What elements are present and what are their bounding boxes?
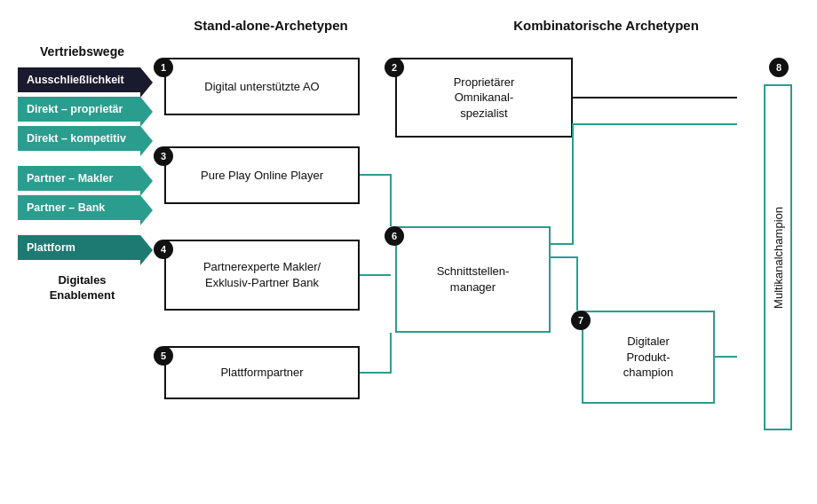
multikanal-box: Multikanalchampion bbox=[764, 84, 792, 430]
sidebar-item-ausschliesslichkeit: Ausschließlichkeit bbox=[18, 67, 140, 92]
num-8: 8 bbox=[769, 58, 789, 77]
num-1: 1 bbox=[154, 58, 173, 77]
sidebar-item-partner-makler: Partner – Makler bbox=[18, 166, 140, 191]
num-2: 2 bbox=[385, 58, 404, 77]
sidebar: Vertriebswege Ausschließlichkeit Direkt … bbox=[18, 44, 147, 303]
sidebar-item-partner-bank: Partner – Bank bbox=[18, 195, 140, 220]
num-4: 4 bbox=[154, 240, 173, 259]
header-kombinatorisch: Kombinatorische Archetypen bbox=[395, 18, 799, 33]
box-2: ProprietärerOmnikanal-spezialist bbox=[395, 58, 573, 138]
sidebar-bottom-title: DigitalesEnablement bbox=[18, 273, 147, 303]
box-3: Pure Play Online Player bbox=[164, 146, 360, 204]
box-7: DigitalerProdukt-champion bbox=[582, 311, 715, 404]
box-4: Partnerexperte Makler/Exklusiv-Partner B… bbox=[164, 240, 360, 311]
diagram-container: Stand-alone-Archetypen Kombinatorische A… bbox=[9, 9, 808, 495]
header-standalone: Stand-alone-Archetypen bbox=[147, 18, 395, 33]
multikanal-label: Multikanalchampion bbox=[772, 207, 785, 309]
sidebar-item-direkt-proprietaer: Direkt – proprietär bbox=[18, 97, 140, 122]
num-3: 3 bbox=[154, 146, 173, 166]
sidebar-title: Vertriebswege bbox=[18, 44, 147, 59]
num-5: 5 bbox=[154, 346, 173, 366]
sidebar-item-direkt-kompetitiv: Direkt – kompetitiv bbox=[18, 126, 140, 151]
header-row: Stand-alone-Archetypen Kombinatorische A… bbox=[147, 18, 799, 33]
box-6: Schnittstellen-manager bbox=[395, 226, 551, 333]
num-7: 7 bbox=[571, 311, 591, 330]
box-5: Plattformpartner bbox=[164, 346, 360, 399]
box-1: Digital unterstützte AO bbox=[164, 58, 360, 115]
sidebar-item-plattform: Plattform bbox=[18, 235, 140, 260]
num-6: 6 bbox=[385, 226, 404, 246]
